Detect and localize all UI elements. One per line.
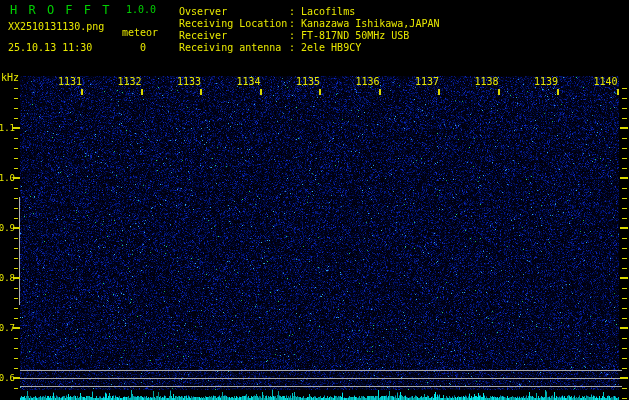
x-tick-label: 1132 — [114, 77, 146, 87]
info-value: Lacofilms — [301, 7, 355, 17]
info-label: Ovserver — [179, 7, 227, 17]
app-version: 1.0.0 — [126, 5, 156, 15]
info-colon: : — [289, 7, 295, 17]
info-label: Receiving Location — [179, 19, 287, 29]
output-filename: XX2510131130.png — [8, 22, 104, 32]
y-tick-label: 0.7 — [0, 324, 15, 333]
info-label: Receiving antenna — [179, 43, 281, 53]
info-label: Receiver — [179, 31, 227, 41]
mode-label: meteor — [122, 28, 158, 38]
hrofft-window: H R O F F T 1.0.0 XX2510131130.png meteo… — [0, 0, 629, 400]
info-colon: : — [289, 43, 295, 53]
y-tick-label: 1.1 — [0, 124, 15, 133]
y-tick-label: 0.9 — [0, 224, 15, 233]
x-tick-label: 1140 — [590, 77, 622, 87]
datetime-label: 25.10.13 11:30 — [8, 43, 92, 53]
spectrogram-canvas — [0, 0, 629, 400]
info-value: FT-817ND 50MHz USB — [301, 31, 409, 41]
x-tick-label: 1131 — [54, 77, 86, 87]
x-tick-label: 1135 — [292, 77, 324, 87]
info-value: Kanazawa Ishikawa,JAPAN — [301, 19, 439, 29]
x-tick-label: 1136 — [352, 77, 384, 87]
x-tick-label: 1133 — [173, 77, 205, 87]
x-tick-label: 1137 — [411, 77, 443, 87]
x-tick-label: 1138 — [471, 77, 503, 87]
y-axis-unit-label: kHz — [1, 73, 19, 83]
x-tick-label: 1139 — [530, 77, 562, 87]
x-tick-label: 1134 — [233, 77, 265, 87]
app-title: H R O F F T — [10, 4, 111, 16]
info-colon: : — [289, 31, 295, 41]
meteor-count-value: 0 — [140, 43, 146, 53]
y-tick-label: 0.8 — [0, 274, 15, 283]
y-tick-label: 1.0 — [0, 174, 15, 183]
info-value: 2ele HB9CY — [301, 43, 361, 53]
info-colon: : — [289, 19, 295, 29]
y-tick-label: 0.6 — [0, 374, 15, 383]
